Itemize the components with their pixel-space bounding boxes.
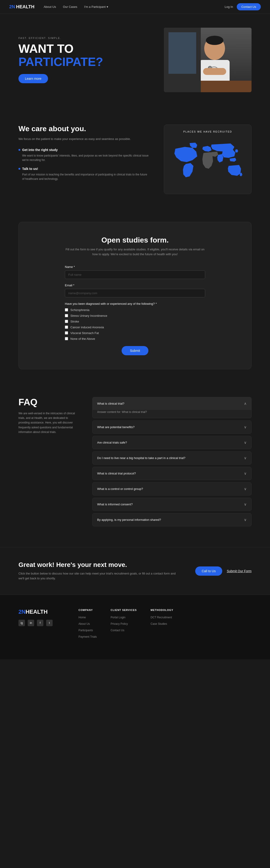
footer-logo: 2NHEALTH ig in f t (19, 609, 65, 641)
faq-question[interactable]: What is informed consent? ∨ (93, 498, 251, 510)
form-question: Have you been diagnosed with or experien… (65, 302, 205, 306)
feature-dot-icon-2 (19, 168, 20, 170)
faq-question[interactable]: What are potential benefits? ∨ (93, 421, 251, 433)
footer-col-heading: CLIENT SERVICES (111, 609, 137, 611)
faq-question-text: What is clinical trial? (97, 402, 124, 405)
faq-question[interactable]: By applying, is my personal information … (93, 514, 251, 526)
email-input[interactable] (65, 289, 205, 298)
checkbox-label-2: Stroke (70, 320, 79, 323)
hero-subtitle: FAST. EFFICIENT. SIMPLE. (19, 37, 164, 39)
chevron-down-icon: ∨ (244, 502, 247, 506)
footer-link-0-1[interactable]: About Us (79, 622, 90, 625)
checkbox-1[interactable] (65, 314, 68, 317)
footer: 2NHEALTH ig in f t COMPANYHomeAbout UsPa… (0, 595, 270, 659)
faq-description: We are well-versed in the intricacies of… (19, 411, 79, 435)
footer-link-2-1[interactable]: Case Studies (151, 622, 167, 625)
footer-link-1-1[interactable]: Privacy Policy (111, 622, 128, 625)
care-feature-2: Talk to us! Part of our mission is teach… (19, 167, 150, 181)
faq-question[interactable]: What is a control or control group? ∨ (93, 483, 251, 495)
chevron-down-icon: ∨ (244, 425, 247, 429)
nav-link-cases[interactable]: Our Cases (63, 5, 77, 8)
submit-button[interactable]: Submit (122, 346, 148, 355)
footer-link-0-2[interactable]: Participants (79, 629, 93, 632)
checkbox-item: Stress Urinary Incontinence (65, 314, 205, 317)
nav-links: About Us Our Cases I'm a Participant ▾ (43, 5, 224, 8)
name-label: Name * (65, 265, 205, 269)
linkedin-icon[interactable]: in (28, 620, 34, 626)
faq-item: What is a control or control group? ∨ An… (92, 482, 251, 495)
faq-question-text: What is informed consent? (97, 503, 133, 506)
checkbox-5[interactable] (65, 337, 68, 340)
faq-question-text: By applying, is my personal information … (97, 518, 161, 522)
chevron-down-icon: ▾ (107, 5, 108, 8)
form-title: Open studies form. (65, 236, 205, 244)
map-card: PLACES WE HAVE RECRUITED (164, 124, 251, 194)
nav-link-about[interactable]: About Us (43, 5, 56, 8)
form-description: Fill out the form to see if you qualify … (65, 247, 205, 257)
care-feature-1-title: Get into the right study (19, 148, 150, 152)
footer-link-2-0[interactable]: DCT Recruitment (151, 616, 172, 619)
checkbox-0[interactable] (65, 308, 68, 311)
care-title: We care about you. (19, 124, 150, 133)
svg-rect-8 (203, 68, 226, 75)
footer-link-1-2[interactable]: Contact Us (111, 629, 124, 632)
checkbox-item: Stroke (65, 320, 205, 323)
care-description: We focus on the patient to make your exp… (19, 137, 150, 142)
learn-more-button[interactable]: Learn more (19, 74, 48, 83)
care-left: We care about you. We focus on the patie… (19, 124, 150, 186)
faq-question[interactable]: Are clinical trials safe? ∨ (93, 436, 251, 449)
care-section: We care about you. We focus on the patie… (0, 106, 270, 213)
checkbox-label-1: Stress Urinary Incontinence (70, 314, 107, 317)
footer-link-1-0[interactable]: Portal Login (111, 616, 125, 619)
facebook-icon[interactable]: f (37, 620, 43, 626)
twitter-icon[interactable]: t (46, 620, 53, 626)
footer-column-0: COMPANYHomeAbout UsParticipantsPayment T… (79, 609, 97, 641)
name-input[interactable] (65, 271, 205, 279)
footer-social: ig in f t (19, 620, 65, 626)
world-map (170, 137, 246, 187)
hero-section: FAST. EFFICIENT. SIMPLE. WANT TO PARTICI… (0, 14, 270, 106)
map-title: PLACES WE HAVE RECRUITED (170, 130, 246, 133)
faq-question[interactable]: What is clinical trial protocol? ∨ (93, 467, 251, 480)
faq-item: By applying, is my personal information … (92, 513, 251, 526)
call-button[interactable]: Call to Us (195, 566, 222, 576)
care-feature-1: Get into the right study We want to know… (19, 148, 150, 162)
checkbox-options: Schizophrenia Stress Urinary Incontinenc… (65, 308, 205, 341)
hero-title: WANT TO PARTICIPATE? (19, 42, 164, 68)
checkbox-label-0: Schizophrenia (70, 308, 89, 312)
care-feature-2-title: Talk to us! (19, 167, 150, 170)
checkbox-4[interactable] (65, 331, 68, 335)
footer-top: 2NHEALTH ig in f t COMPANYHomeAbout UsPa… (19, 609, 251, 641)
footer-columns: COMPANYHomeAbout UsParticipantsPayment T… (79, 609, 251, 641)
submit-form-button[interactable]: Submit Our Form (227, 569, 251, 573)
faq-item: Are clinical trials safe? ∨ Answer conte… (92, 436, 251, 449)
care-feature-2-desc: Part of our mission is teaching the bene… (19, 173, 150, 181)
footer-col-heading: COMPANY (79, 609, 97, 611)
faq-question[interactable]: What is clinical trial? ∧ (93, 397, 251, 410)
chevron-down-icon: ∨ (244, 471, 247, 475)
checkbox-2[interactable] (65, 320, 68, 323)
faq-question-text: What is clinical trial protocol? (97, 472, 136, 475)
navbar: 2NHEALTH About Us Our Cases I'm a Partic… (0, 0, 270, 14)
footer-link-0-0[interactable]: Home (79, 616, 86, 619)
footer-link-0-3[interactable]: Payment Trials (79, 635, 97, 639)
instagram-icon[interactable]: ig (19, 620, 25, 626)
faq-question[interactable]: Do I need to live near a big hospital to… (93, 452, 251, 464)
faq-left: FAQ We are well-versed in the intricacie… (19, 397, 79, 435)
faq-item: What is informed consent? ∨ Answer conte… (92, 498, 251, 511)
checkbox-label-3: Cancer induced Anorexia (70, 326, 104, 329)
faq-item: Do I need to live near a big hospital to… (92, 452, 251, 465)
faq-items: What is clinical trial? ∧ Answer content… (92, 397, 251, 529)
checkbox-label-5: None of the Above (70, 337, 95, 341)
faq-answer: Answer content for: What is clinical tri… (93, 410, 251, 418)
open-studies-form: Name * Email * Have you been diagnosed w… (65, 265, 205, 355)
checkbox-3[interactable] (65, 326, 68, 329)
email-label: Email * (65, 284, 205, 287)
nav-dropdown-participant[interactable]: I'm a Participant ▾ (84, 5, 108, 8)
footer-column-1: CLIENT SERVICESPortal LoginPrivacy Polic… (111, 609, 137, 641)
login-button[interactable]: Log In (225, 5, 233, 8)
faq-title: FAQ (19, 397, 79, 407)
checkbox-label-4: Visceral Stomach Fat (70, 331, 99, 335)
chevron-down-icon: ∨ (244, 518, 247, 522)
contact-button[interactable]: Contact Us (237, 3, 261, 10)
